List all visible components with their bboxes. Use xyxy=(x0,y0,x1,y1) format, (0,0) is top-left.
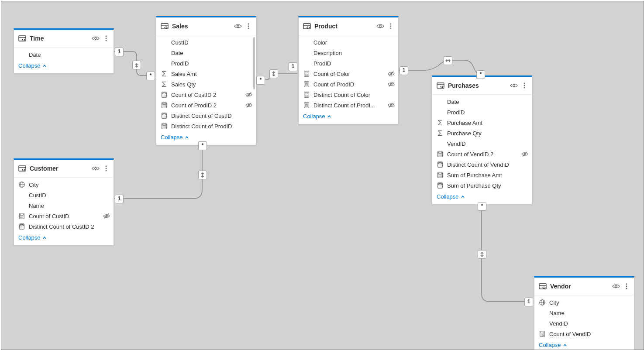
field-label: Distinct Count of ProdID xyxy=(171,123,252,130)
field-row[interactable]: Sum of Purchase Amt xyxy=(432,170,532,180)
more-options-icon[interactable] xyxy=(102,165,110,172)
collapse-link[interactable]: Collapse xyxy=(437,193,465,200)
field-row[interactable]: Distinct Count of ProdI... xyxy=(299,100,398,110)
visibility-icon[interactable] xyxy=(376,22,384,30)
table-title: Purchases xyxy=(448,82,507,89)
field-row[interactable]: CustID xyxy=(156,37,256,48)
cardinality-one-badge: 1 xyxy=(524,298,533,306)
table-header[interactable]: Vendor xyxy=(534,278,634,295)
field-label: Count of ProdID 2 xyxy=(171,102,243,109)
field-row[interactable]: Purchase Amt xyxy=(432,117,532,128)
relationship-direction-handle[interactable] xyxy=(132,61,141,69)
field-row[interactable]: Count of ProdID 2 xyxy=(156,100,256,110)
field-row[interactable]: Sales Qty xyxy=(156,79,256,89)
field-label: Sum of Purchase Amt xyxy=(447,172,528,178)
more-options-icon[interactable] xyxy=(102,34,110,42)
field-row[interactable]: Distinct Count of ProdID xyxy=(156,121,256,131)
relationship-direction-handle[interactable] xyxy=(269,69,278,78)
model-canvas[interactable]: 1 * 1 * 1 * 1 * * 1 TimeDateCollapseSale… xyxy=(1,1,644,350)
hidden-icon[interactable] xyxy=(245,91,252,98)
table-card-purchases[interactable]: PurchasesDateProdIDPurchase AmtPurchase … xyxy=(432,75,532,205)
relationship-direction-handle[interactable] xyxy=(444,56,452,65)
calc-icon xyxy=(303,81,310,88)
table-header[interactable]: Product xyxy=(299,17,398,35)
table-header[interactable]: Sales xyxy=(156,17,256,35)
cardinality-many-badge: * xyxy=(476,70,485,79)
collapse-link[interactable]: Collapse xyxy=(161,134,189,141)
field-row[interactable]: Date xyxy=(14,49,114,60)
table-icon xyxy=(437,82,444,89)
field-row[interactable]: Distinct Count of Color xyxy=(299,89,398,100)
field-label: Distinct Count of CustID 2 xyxy=(29,223,110,230)
collapse-label: Collapse xyxy=(539,342,561,348)
field-label: Purchase Amt xyxy=(447,120,528,126)
relationship-direction-handle[interactable] xyxy=(198,171,207,179)
field-list: Date xyxy=(14,48,114,60)
collapse-link[interactable]: Collapse xyxy=(303,113,331,120)
field-list: CityNameVendIDCount of VendID xyxy=(534,295,634,339)
table-header[interactable]: Customer xyxy=(14,160,114,178)
field-row[interactable]: Sum of Purchase Qty xyxy=(432,180,532,191)
field-row[interactable]: City xyxy=(534,297,634,308)
field-row[interactable]: Distinct Count of VendID xyxy=(432,159,532,170)
visibility-icon[interactable] xyxy=(510,82,518,89)
field-row[interactable]: Color xyxy=(299,37,398,48)
field-row[interactable]: Count of ProdID xyxy=(299,79,398,89)
cardinality-many-badge: * xyxy=(198,141,207,150)
collapse-link[interactable]: Collapse xyxy=(18,62,47,69)
hidden-icon[interactable] xyxy=(388,81,395,88)
collapse-link[interactable]: Collapse xyxy=(18,234,47,241)
field-row[interactable]: Purchase Qty xyxy=(432,128,532,138)
table-card-vendor[interactable]: VendorCityNameVendIDCount of VendIDColla… xyxy=(534,276,634,350)
table-card-product[interactable]: ProductColorDescriptionProdIDCount of Co… xyxy=(298,16,399,124)
relationship-direction-handle[interactable] xyxy=(478,250,486,259)
field-row[interactable]: Count of VendID xyxy=(534,329,634,339)
table-header[interactable]: Purchases xyxy=(432,77,532,95)
visibility-icon[interactable] xyxy=(92,165,100,172)
field-row[interactable]: ProdID xyxy=(299,58,398,69)
field-label: Count of ProdID xyxy=(313,81,385,88)
calc-icon xyxy=(303,70,310,77)
table-card-time[interactable]: TimeDateCollapse xyxy=(14,28,114,74)
more-options-icon[interactable] xyxy=(520,82,528,89)
field-label: Distinct Count of VendID xyxy=(447,161,528,168)
field-row[interactable]: Distinct Count of CustID 2 xyxy=(14,221,114,232)
hidden-icon[interactable] xyxy=(521,151,528,158)
hidden-icon[interactable] xyxy=(388,70,395,77)
field-label: Count of CustID xyxy=(29,213,100,220)
field-row[interactable]: Name xyxy=(14,200,114,211)
field-row[interactable]: Count of VendID 2 xyxy=(432,149,532,159)
field-row[interactable]: ProdID xyxy=(432,107,532,117)
field-row[interactable]: Date xyxy=(432,96,532,107)
visibility-icon[interactable] xyxy=(612,282,620,290)
table-card-customer[interactable]: CustomerCityCustIDNameCount of CustIDDis… xyxy=(14,158,114,246)
sigma-icon xyxy=(161,81,168,88)
hidden-icon[interactable] xyxy=(388,102,395,109)
more-options-icon[interactable] xyxy=(387,22,395,30)
visibility-icon[interactable] xyxy=(92,34,100,42)
field-row[interactable]: City xyxy=(14,179,114,190)
field-row[interactable]: CustID xyxy=(14,190,114,200)
more-options-icon[interactable] xyxy=(245,22,252,30)
field-row[interactable]: Name xyxy=(534,308,634,318)
scrollbar[interactable] xyxy=(253,37,255,89)
field-row[interactable]: VendID xyxy=(534,318,634,329)
hidden-icon[interactable] xyxy=(103,213,110,220)
collapse-link[interactable]: Collapse xyxy=(539,342,567,348)
visibility-icon[interactable] xyxy=(234,22,242,30)
field-label: Sales Amt xyxy=(171,71,252,77)
field-row[interactable]: Distinct Count of CustID xyxy=(156,110,256,121)
field-row[interactable]: Count of Color xyxy=(299,69,398,79)
field-row[interactable]: Count of CustID 2 xyxy=(156,89,256,100)
chevron-up-icon xyxy=(42,236,47,240)
field-row[interactable]: Description xyxy=(299,48,398,58)
field-row[interactable]: Sales Amt xyxy=(156,69,256,79)
field-row[interactable]: Date xyxy=(156,48,256,58)
field-row[interactable]: VendID xyxy=(432,138,532,149)
hidden-icon[interactable] xyxy=(245,102,252,109)
more-options-icon[interactable] xyxy=(623,282,630,290)
table-card-sales[interactable]: SalesCustIDDateProdIDSales AmtSales QtyC… xyxy=(156,16,256,145)
field-row[interactable]: ProdID xyxy=(156,58,256,69)
field-row[interactable]: Count of CustID xyxy=(14,211,114,221)
table-header[interactable]: Time xyxy=(14,30,114,48)
